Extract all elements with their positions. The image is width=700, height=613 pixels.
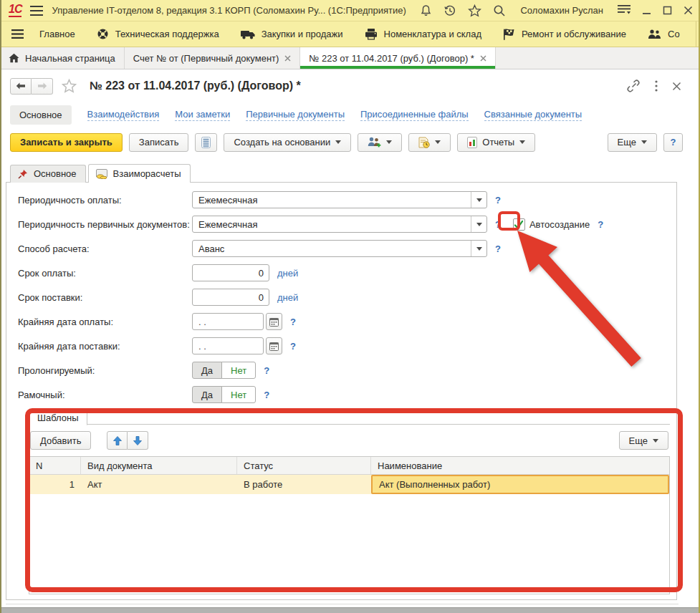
delivery-term-input[interactable]: 0	[192, 289, 269, 306]
kebab-icon[interactable]	[655, 80, 658, 92]
cell-n[interactable]: 1	[29, 475, 81, 494]
move-up-button[interactable]	[107, 431, 128, 450]
panels-icon[interactable]	[618, 5, 631, 16]
menu-item-support[interactable]: Техническая поддержка	[91, 28, 225, 40]
sections-icon[interactable]	[11, 29, 24, 39]
add-person-icon	[368, 137, 381, 148]
help-icon[interactable]: ?	[495, 195, 501, 206]
help-icon[interactable]: ?	[264, 365, 269, 376]
field-label: Периодичность первичных документов:	[18, 219, 192, 230]
menu-item-main[interactable]: Главное	[34, 29, 81, 39]
add-row-button[interactable]: Добавить	[30, 431, 91, 450]
form-row: Срок поставки: 0 дней	[6, 285, 676, 309]
primary-docs-periodicity-select[interactable]: Ежемесячная	[192, 216, 487, 233]
field-label: Крайняя дата оплаты:	[18, 317, 192, 327]
save-button[interactable]: Записать	[129, 133, 189, 152]
tab-close-icon[interactable]	[284, 55, 291, 62]
column-header-status[interactable]: Статус	[237, 457, 371, 474]
frame-contract-toggle: Да Нет	[192, 386, 256, 403]
calendar-button[interactable]	[266, 337, 282, 354]
tab-invoice[interactable]: Счет № от (Первичный документ)	[125, 47, 301, 69]
star-icon[interactable]	[468, 4, 481, 17]
back-button[interactable]	[10, 78, 32, 95]
delivery-deadline-input[interactable]: . .	[192, 337, 264, 354]
table-row[interactable]: 1 Акт В работе Акт (Выполненных работ)	[29, 475, 669, 494]
favorite-star-icon[interactable]	[62, 79, 77, 93]
nav-primary-docs[interactable]: Первичные документы	[246, 109, 345, 121]
current-user[interactable]: Соломахин Руслан	[520, 5, 603, 16]
calculation-method-select[interactable]: Аванс	[192, 240, 487, 257]
help-icon[interactable]: ?	[495, 219, 501, 230]
toggle-no[interactable]: Нет	[221, 386, 256, 403]
history-icon[interactable]	[444, 4, 456, 17]
forward-button[interactable]	[32, 78, 53, 95]
templates-tab[interactable]: Шаблоны	[29, 410, 87, 425]
link-icon[interactable]	[626, 79, 641, 93]
calendar-icon	[269, 317, 279, 327]
hamburger-icon[interactable]	[30, 6, 43, 16]
menu-item-purchases[interactable]: Закупки и продажи	[235, 29, 349, 39]
calendar-button[interactable]	[266, 313, 282, 330]
cell-name-selected[interactable]: Акт (Выполненных работ)	[371, 475, 669, 494]
help-icon[interactable]: ?	[495, 243, 501, 254]
payment-term-input[interactable]: 0	[192, 264, 269, 281]
toggle-yes[interactable]: Да	[192, 386, 222, 403]
chevron-down-icon	[519, 140, 525, 144]
help-icon[interactable]: ?	[598, 219, 603, 230]
report-icon	[467, 137, 477, 148]
save-close-button[interactable]: Записать и закрыть	[10, 133, 123, 152]
toggle-yes[interactable]: Да	[192, 362, 222, 379]
maximize-icon[interactable]	[663, 6, 672, 15]
menu-item-maintenance[interactable]: Ремонт и обслуживание	[497, 29, 632, 40]
truck-icon	[241, 29, 255, 39]
templates-tabrow: Шаблоны	[29, 409, 670, 425]
close-document-icon[interactable]	[672, 82, 681, 91]
chevron-down-icon	[335, 140, 341, 144]
cell-doctype[interactable]: Акт	[81, 475, 237, 494]
nav-attached-files[interactable]: Присоединенные файлы	[360, 109, 469, 121]
column-header-doctype[interactable]: Вид документа	[81, 457, 237, 474]
column-header-name[interactable]: Наименование	[371, 457, 669, 474]
create-based-on-button[interactable]: Создать на основании	[224, 133, 351, 152]
menu-item-stock[interactable]: Номенклатура и склад	[359, 29, 487, 40]
move-down-button[interactable]	[128, 431, 148, 450]
bell-icon[interactable]	[420, 4, 432, 16]
help-icon[interactable]: ?	[264, 390, 269, 400]
tab-home[interactable]: Начальная страница	[0, 47, 125, 69]
autocreate-checkbox[interactable]	[513, 218, 525, 231]
tab-contract[interactable]: № 223 от 11.04.2017 (руб.) (Договор) *	[300, 47, 496, 69]
nav-main[interactable]: Основное	[10, 105, 72, 125]
toggle-no[interactable]: Нет	[221, 362, 256, 379]
tab-close-icon[interactable]	[480, 55, 486, 62]
payment-periodicity-select[interactable]: Ежемесячная	[192, 191, 487, 208]
templates-more-button[interactable]: Еще	[619, 431, 668, 450]
close-window-icon[interactable]	[684, 6, 693, 15]
help-button[interactable]: ?	[663, 133, 683, 152]
nav-interactions[interactable]: Взаимодействия	[87, 109, 160, 121]
subtab-main[interactable]: Основное	[10, 165, 86, 183]
days-unit-label: дней	[277, 292, 298, 303]
menu-item-more-section[interactable]: Со	[642, 29, 686, 39]
minimize-icon[interactable]	[642, 6, 651, 15]
printer-icon	[365, 29, 378, 40]
dropdown-button[interactable]	[471, 216, 486, 232]
subtab-settlements[interactable]: Взаиморасчеты	[88, 164, 191, 183]
tab-label: Начальная страница	[25, 53, 115, 64]
payment-deadline-input[interactable]: . .	[192, 313, 264, 330]
cell-status[interactable]: В работе	[237, 475, 371, 494]
reports-button[interactable]: Отчеты	[457, 133, 535, 152]
add-person-button[interactable]	[358, 133, 402, 152]
calendar-icon	[269, 342, 279, 351]
help-icon[interactable]: ?	[290, 341, 296, 352]
search-icon[interactable]	[493, 4, 506, 17]
help-icon[interactable]: ?	[290, 317, 296, 327]
form-panel: Основное Взаиморасчеты Периодичность опл…	[6, 163, 677, 600]
nav-notes[interactable]: Мои заметки	[175, 109, 230, 121]
dropdown-button[interactable]	[471, 192, 486, 208]
dropdown-button[interactable]	[471, 241, 486, 256]
nav-related-docs[interactable]: Связанные документы	[484, 109, 582, 121]
column-header-n[interactable]: N	[29, 457, 81, 474]
journal-button[interactable]	[195, 133, 217, 152]
doc-clock-button[interactable]	[408, 133, 451, 152]
more-button[interactable]: Еще	[608, 133, 657, 152]
